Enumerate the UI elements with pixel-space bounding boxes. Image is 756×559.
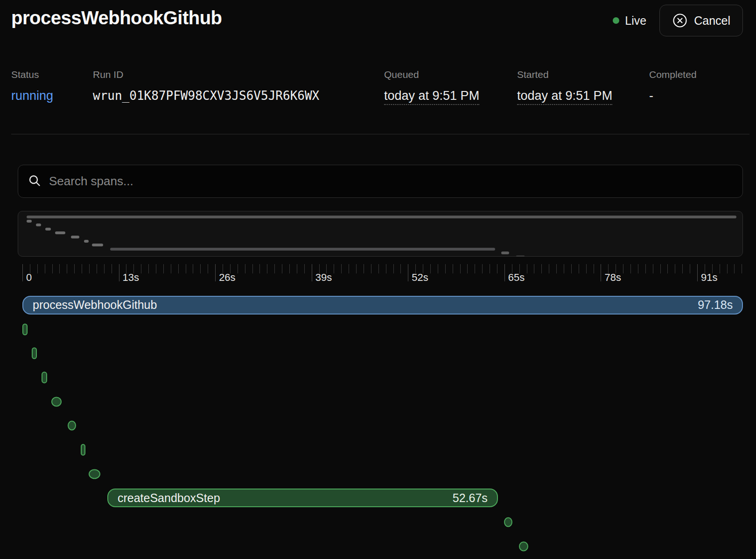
ruler-minor-tick — [245, 264, 245, 273]
live-indicator: Live — [613, 14, 646, 28]
header-actions: Live Cancel — [613, 5, 743, 36]
meta-status: Status running — [11, 69, 53, 103]
span-bar-processWebhookGithub[interactable]: processWebhookGithub97.18s — [22, 296, 743, 314]
ruler-minor-tick — [67, 264, 67, 273]
span-step-dot[interactable] — [32, 348, 37, 359]
run-id-label: Run ID — [93, 69, 319, 80]
ruler-tick-label: 91s — [701, 272, 717, 284]
minimap-span — [27, 216, 736, 218]
span-rows: processWebhookGithub97.18screateSandboxS… — [18, 293, 743, 559]
cancel-button[interactable]: Cancel — [659, 5, 743, 36]
queued-label: Queued — [384, 69, 479, 80]
ruler-minor-tick — [653, 264, 653, 273]
span-row — [18, 438, 743, 462]
minimap-span — [45, 228, 51, 231]
ruler-minor-tick — [527, 264, 527, 273]
completed-value: - — [649, 89, 697, 103]
ruler-minor-tick — [475, 264, 475, 273]
ruler-minor-tick — [482, 264, 483, 273]
minimap-span — [27, 220, 32, 223]
ruler-minor-tick — [393, 264, 394, 273]
ruler-tick-label: 26s — [219, 272, 235, 284]
ruler-minor-tick — [230, 264, 231, 273]
ruler-minor-tick — [534, 264, 534, 273]
meta-queued: Queued today at 9:51 PM — [384, 69, 479, 103]
span-step-dot[interactable] — [81, 444, 85, 455]
ruler-minor-tick — [430, 264, 431, 273]
search-icon — [28, 174, 42, 189]
ruler-minor-tick — [727, 264, 728, 273]
trace-minimap[interactable] — [18, 211, 743, 257]
ruler-minor-tick — [400, 264, 401, 273]
ruler-minor-tick — [30, 264, 30, 273]
ruler-minor-tick — [171, 264, 171, 273]
completed-label: Completed — [649, 69, 697, 80]
ruler-minor-tick — [208, 264, 208, 273]
started-value[interactable]: today at 9:51 PM — [517, 89, 612, 105]
ruler-minor-tick — [579, 264, 579, 273]
ruler-minor-tick — [645, 264, 646, 273]
ruler-minor-tick — [371, 264, 371, 273]
minimap-row — [22, 248, 739, 251]
ruler-minor-tick — [274, 264, 275, 273]
ruler-minor-tick — [282, 264, 282, 273]
cancel-circle-x-icon — [672, 13, 688, 28]
ruler-minor-tick — [304, 264, 305, 273]
live-label: Live — [625, 14, 646, 28]
span-row — [18, 413, 743, 438]
ruler-minor-tick — [712, 264, 713, 273]
span-step-dot[interactable] — [51, 397, 62, 406]
section-divider — [11, 134, 749, 134]
ruler-minor-tick — [141, 264, 141, 273]
ruler-minor-tick — [193, 264, 193, 273]
span-step-dot[interactable] — [519, 541, 528, 551]
ruler-minor-tick — [690, 264, 690, 273]
ruler-minor-tick — [326, 264, 327, 273]
span-step-dot[interactable] — [89, 469, 100, 479]
minimap-row — [22, 231, 739, 234]
ruler-minor-tick — [186, 264, 186, 273]
ruler-minor-tick — [594, 264, 594, 273]
ruler-minor-tick — [238, 264, 238, 273]
ruler-minor-tick — [289, 264, 290, 273]
ruler-minor-tick — [742, 264, 742, 273]
minimap-row — [22, 244, 739, 246]
ruler-minor-tick — [163, 264, 164, 273]
ruler-minor-tick — [356, 264, 357, 273]
span-row: createSandboxStep52.67s — [18, 486, 743, 510]
ruler-minor-tick — [630, 264, 631, 273]
minimap-span — [516, 256, 525, 257]
ruler-minor-tick — [682, 264, 683, 273]
ruler-minor-tick — [571, 264, 572, 273]
ruler-tick-label: 0 — [26, 272, 32, 284]
ruler-minor-tick — [386, 264, 386, 273]
minimap-span — [92, 244, 104, 246]
ruler-minor-tick — [667, 264, 668, 273]
status-value: running — [11, 89, 53, 103]
meta-run-id: Run ID wrun_01K87PFW98CXV3JS6V5JR6K6WX — [93, 69, 319, 103]
ruler-minor-tick — [37, 264, 38, 273]
span-step-dot[interactable] — [504, 517, 512, 527]
span-row: processWebhookGithub97.18s — [18, 293, 743, 317]
span-step-dot[interactable] — [22, 323, 28, 335]
ruler-minor-tick — [497, 264, 497, 273]
span-step-dot[interactable] — [68, 421, 76, 431]
span-step-dot[interactable] — [42, 371, 47, 383]
ruler-minor-tick — [623, 264, 623, 273]
ruler-minor-tick — [267, 264, 267, 273]
search-spans-input[interactable] — [49, 174, 733, 189]
minimap-span — [501, 252, 510, 254]
span-bar-createSandboxStep[interactable]: createSandboxStep52.67s — [107, 489, 498, 507]
queued-value[interactable]: today at 9:51 PM — [384, 89, 479, 105]
ruler-minor-tick — [460, 264, 461, 273]
span-row — [18, 390, 743, 414]
span-row — [18, 534, 743, 559]
ruler-major-tick — [22, 264, 23, 281]
ruler-minor-tick — [104, 264, 105, 273]
minimap-row — [22, 228, 739, 231]
minimap-row — [22, 224, 739, 226]
ruler-minor-tick — [660, 264, 661, 273]
timeline-ruler: 013s26s39s52s65s78s91s — [18, 264, 743, 293]
span-duration: 52.67s — [453, 491, 488, 505]
ruler-minor-tick — [319, 264, 320, 273]
